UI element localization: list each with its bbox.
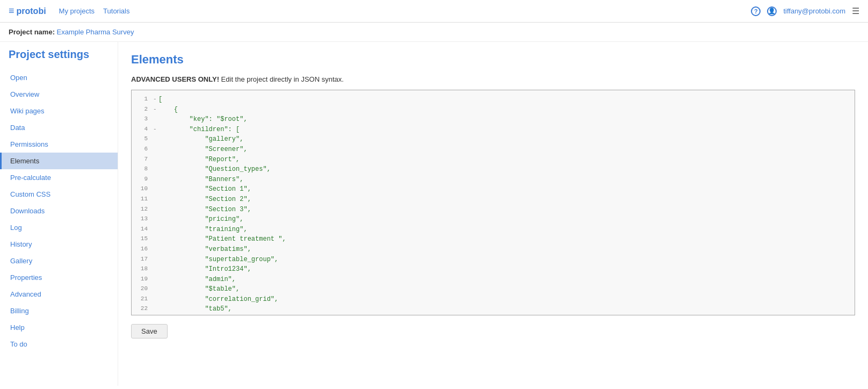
sidebar-item-gallery[interactable]: Gallery [0,253,118,269]
warning-text: ADVANCED USERS ONLY! Edit the project di… [131,75,855,83]
code-line: 2- { [136,105,850,115]
breadcrumb: Project name: Example Pharma Survey [0,23,868,42]
code-line: 19 "admin", [136,275,850,285]
sidebar-item-permissions[interactable]: Permissions [0,136,118,153]
sidebar-item-data[interactable]: Data [0,119,118,136]
sidebar-item-downloads[interactable]: Downloads [0,203,118,219]
code-line: 14 "training", [136,225,850,235]
content-area: Elements ADVANCED USERS ONLY! Edit the p… [118,42,868,386]
sidebar-item-to-do[interactable]: To do [0,336,118,352]
code-line: 9 "Banners", [136,175,850,185]
code-line: 17 "supertable_group", [136,255,850,265]
user-icon[interactable]: 👤 [767,6,777,16]
code-line: 16 "verbatims", [136,244,850,255]
code-line: 23 "word" [136,314,850,315]
breadcrumb-project-link[interactable]: Example Pharma Survey [57,28,134,36]
sidebar-item-pre-calculate[interactable]: Pre-calculate [0,169,118,186]
code-line: 1-[ [136,95,850,105]
code-line: 21 "correlation_grid", [136,294,850,305]
code-line: 3 "key": "$root", [136,114,850,125]
page-title: Elements [131,53,855,67]
logo[interactable]: ≡ protobi [9,5,46,17]
save-button[interactable]: Save [131,324,168,338]
code-line: 6 "Screener", [136,145,850,155]
code-line: 12 "Section 3", [136,205,850,215]
main-layout: Project settings OpenOverviewWiki pagesD… [0,42,868,386]
help-icon[interactable]: ? [751,6,761,16]
code-line: 20 "$table", [136,284,850,294]
sidebar-item-history[interactable]: History [0,236,118,253]
sidebar-item-open[interactable]: Open [0,69,118,86]
code-line: 4- "children": [ [136,125,850,135]
code-line: 22 "tab5", [136,304,850,314]
warning-body: Edit the project directly in JSON syntax… [221,75,344,83]
sidebar: Project settings OpenOverviewWiki pagesD… [0,42,118,386]
sidebar-item-properties[interactable]: Properties [0,269,118,286]
nav-tutorials[interactable]: Tutorials [103,7,129,15]
code-line: 5 "gallery", [136,134,850,145]
sidebar-item-advanced[interactable]: Advanced [0,286,118,302]
code-line: 8 "Question_types", [136,164,850,175]
code-line: 13 "pricing", [136,214,850,225]
sidebar-item-overview[interactable]: Overview [0,86,118,103]
code-line: 18 "Intro1234", [136,264,850,275]
sidebar-title: Project settings [0,48,118,69]
sidebar-item-wiki-pages[interactable]: Wiki pages [0,103,118,119]
sidebar-item-help[interactable]: Help [0,319,118,336]
code-line: 15 "Patient treatment ", [136,234,850,244]
code-editor[interactable]: 1-[2- {3 "key": "$root",4- "children": [… [131,90,855,315]
sidebar-item-billing[interactable]: Billing [0,302,118,319]
logo-text: protobi [17,6,46,16]
code-line: 10 "Section 1", [136,184,850,195]
hamburger-icon[interactable]: ☰ [852,6,859,16]
breadcrumb-label: Project name: [9,28,55,36]
sidebar-item-elements[interactable]: Elements [0,153,118,169]
warning-bold: ADVANCED USERS ONLY! [131,75,219,83]
user-email[interactable]: tiffany@protobi.com [783,7,845,15]
nav-my-projects[interactable]: My projects [59,7,95,15]
nav-right: ? 👤 tiffany@protobi.com ☰ [751,6,859,16]
top-nav: ≡ protobi My projects Tutorials ? 👤 tiff… [0,0,868,23]
code-line: 11 "Section 2", [136,195,850,205]
logo-icon: ≡ [9,5,15,17]
sidebar-item-custom-css[interactable]: Custom CSS [0,186,118,203]
sidebar-item-log[interactable]: Log [0,219,118,236]
code-line: 7 "Report", [136,155,850,165]
